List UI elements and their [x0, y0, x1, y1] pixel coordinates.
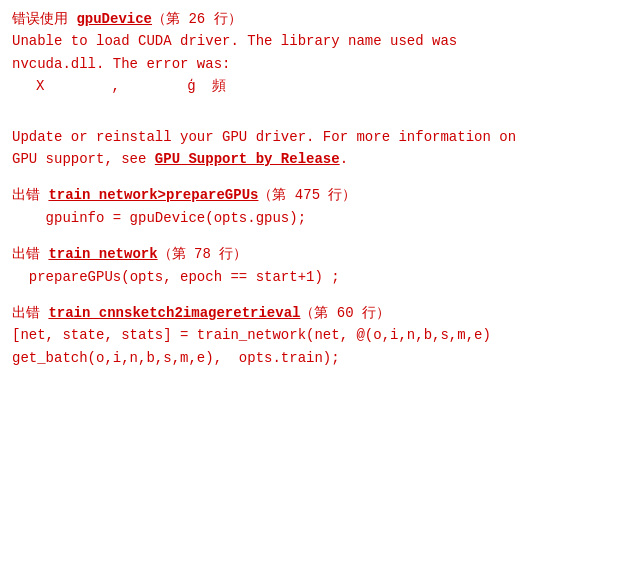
- cnn-sketch-code2: get_batch(o,i,n,b,s,m,e), opts.train);: [12, 347, 614, 369]
- error-output: 错误使用 gpuDevice（第 26 行） Unable to load CU…: [12, 8, 614, 369]
- error-prefix-4: 出错: [12, 305, 48, 321]
- error-line-3: 出错 train network（第 78 行）: [12, 243, 614, 265]
- error-suffix-3: （第 78 行）: [158, 246, 248, 262]
- error-line-1: 错误使用 gpuDevice（第 26 行）: [12, 8, 614, 30]
- error-suffix-2: （第 475 行）: [258, 187, 356, 203]
- train-network-link[interactable]: train network: [48, 246, 157, 262]
- cuda-error-line2: nvcuda.dll. The error was:: [12, 53, 614, 75]
- error-prefix-1: 错误使用: [12, 11, 76, 27]
- reinstall-line1: Update or reinstall your GPU driver. For…: [12, 126, 614, 148]
- error-suffix-4: （第 60 行）: [300, 305, 390, 321]
- cuda-error-line3: X , ģ 頻: [12, 75, 614, 97]
- error-line-4: 出错 train cnnsketch2imageretrieval（第 60 行…: [12, 302, 614, 324]
- train-network-code: prepareGPUs(opts, epoch == start+1) ;: [12, 266, 614, 288]
- reinstall-prefix: GPU support, see: [12, 151, 155, 167]
- cnn-sketch-code1: [net, state, stats] = train_network(net,…: [12, 324, 614, 346]
- gpu-support-link[interactable]: GPU Support by Release: [155, 151, 340, 167]
- error-suffix-1: （第 26 行）: [152, 11, 242, 27]
- error-prefix-3: 出错: [12, 246, 48, 262]
- reinstall-line2: GPU support, see GPU Support by Release.: [12, 148, 614, 170]
- error-line-2: 出错 train network>prepareGPUs（第 475 行）: [12, 184, 614, 206]
- prepare-gpus-link[interactable]: train network>prepareGPUs: [48, 187, 258, 203]
- prepare-gpus-code: gpuinfo = gpuDevice(opts.gpus);: [12, 207, 614, 229]
- gpudevice-link[interactable]: gpuDevice: [76, 11, 152, 27]
- cnn-sketch-link[interactable]: train cnnsketch2imageretrieval: [48, 305, 300, 321]
- error-prefix-2: 出错: [12, 187, 48, 203]
- cuda-error-line1: Unable to load CUDA driver. The library …: [12, 30, 614, 52]
- reinstall-suffix: .: [340, 151, 348, 167]
